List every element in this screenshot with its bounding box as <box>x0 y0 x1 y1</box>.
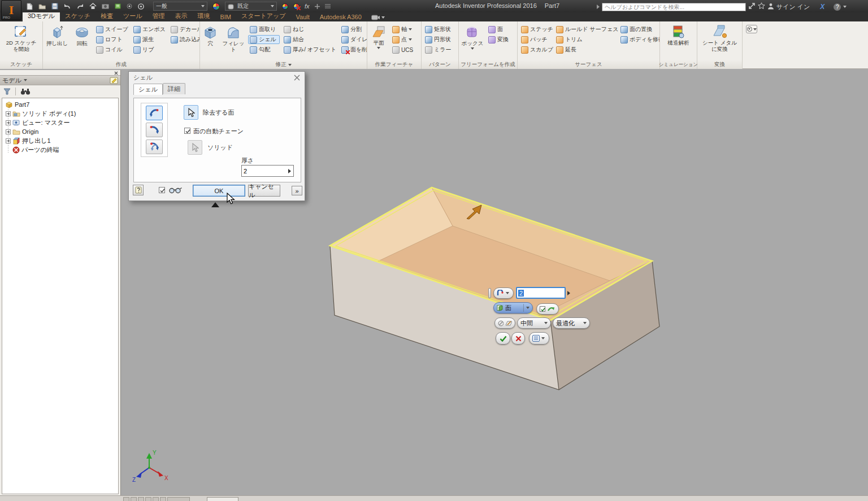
new-file-icon[interactable] <box>26 3 33 10</box>
cancel-button[interactable]: キャンセル <box>248 185 280 197</box>
tree-item-extrusion[interactable]: 押し出し1 <box>4 136 118 145</box>
thread-button[interactable]: ねじ <box>282 25 337 34</box>
tab-bim[interactable]: BIM <box>215 13 236 21</box>
tab-view[interactable]: 表示 <box>170 11 192 21</box>
browser-header[interactable]: モデル <box>0 75 120 85</box>
hole-button[interactable]: 穴 <box>202 23 219 47</box>
customize-qat-icon[interactable] <box>325 4 331 8</box>
dialog-help-button[interactable] <box>133 185 144 195</box>
user-icon[interactable] <box>767 2 774 12</box>
freeform-convert-button[interactable]: 変換 <box>487 35 513 44</box>
home-view-icon[interactable] <box>89 3 97 10</box>
split-button[interactable]: 分割 <box>340 25 367 34</box>
tab-manage[interactable]: 管理 <box>147 11 170 21</box>
color-wheel-icon[interactable] <box>212 3 220 10</box>
expand-icon[interactable] <box>6 120 11 125</box>
ribbon-options-button[interactable] <box>746 25 757 33</box>
search-binoculars-icon[interactable] <box>20 88 31 95</box>
extend-button[interactable]: 延長 <box>554 45 617 54</box>
plane-button[interactable]: 平面 <box>369 23 388 49</box>
tab-environments[interactable]: 環境 <box>192 11 215 21</box>
shell-dialog-titlebar[interactable]: シェル <box>129 72 305 84</box>
help-dropdown-icon[interactable] <box>843 6 847 8</box>
rectangular-pattern-button[interactable]: 矩形状 <box>423 25 456 34</box>
stress-analysis-button[interactable]: 構造解析 <box>667 23 691 46</box>
thickness-input[interactable] <box>242 168 286 175</box>
rib-button[interactable]: リブ <box>132 45 167 54</box>
flyout-arrow-icon[interactable] <box>288 169 291 173</box>
tree-item-origin[interactable]: Origin <box>4 127 118 136</box>
dialog-expand-caret[interactable] <box>211 202 219 207</box>
tab-vault[interactable]: Vault <box>291 13 315 21</box>
adjust-color-icon[interactable] <box>282 3 288 10</box>
mini-thickness-spinner[interactable] <box>567 287 573 299</box>
mini-thickness-input[interactable]: 2 <box>516 287 566 299</box>
help-search-input[interactable] <box>602 3 746 11</box>
freeform-face-button[interactable]: 面 <box>487 25 513 34</box>
mini-ok-button[interactable] <box>496 332 510 345</box>
mini-draft-options-button[interactable] <box>494 317 515 329</box>
tab-shell[interactable]: シェル <box>133 84 163 95</box>
undo-icon[interactable] <box>63 3 71 10</box>
tab-details[interactable]: 詳細 <box>163 83 185 94</box>
shell-button[interactable]: シェル <box>248 35 280 44</box>
material-dropdown[interactable]: 一般 <box>153 2 207 11</box>
point-button[interactable]: 点 <box>390 35 419 44</box>
loft-button[interactable]: ロフト <box>94 35 129 44</box>
remove-faces-button[interactable] <box>184 105 198 120</box>
exchange-sync-icon[interactable] <box>748 2 756 12</box>
sculpt-button[interactable]: スカルプ <box>519 45 552 54</box>
tab-autodesk-a360[interactable]: Autodesk A360 <box>315 13 367 21</box>
add-icon[interactable] <box>315 4 320 9</box>
tree-item-solid-bodies[interactable]: ソリッド ボディ(1) <box>4 109 118 118</box>
ruled-surface-button[interactable]: ルールド サーフェス <box>554 25 617 34</box>
emboss-button[interactable]: エンボス <box>132 25 167 34</box>
mini-cancel-button[interactable] <box>511 332 525 345</box>
expand-icon[interactable] <box>6 111 11 116</box>
status-button[interactable] <box>207 497 238 501</box>
status-button[interactable] <box>123 497 129 501</box>
status-button[interactable] <box>167 497 190 501</box>
status-button[interactable] <box>138 497 144 501</box>
preview-checkbox[interactable] <box>159 187 165 193</box>
extrude-button[interactable]: 押し出し <box>45 23 70 47</box>
close-icon[interactable] <box>114 71 118 75</box>
combine-button[interactable]: 結合 <box>282 35 337 44</box>
favorites-star-icon[interactable] <box>758 2 765 12</box>
direction-both-button[interactable] <box>146 140 163 154</box>
update-icon[interactable] <box>114 3 121 10</box>
browser-settings-icon[interactable] <box>110 77 118 84</box>
tab-camera-icon[interactable] <box>367 15 389 21</box>
more-options-button[interactable]: » <box>292 186 302 195</box>
parameters-fx-icon[interactable]: fx <box>305 3 310 10</box>
trim-button[interactable]: トリム <box>554 35 617 44</box>
screenshot-icon[interactable] <box>102 3 109 9</box>
replace-face-button[interactable]: 面の置換 <box>619 25 659 34</box>
mirror-button[interactable]: ミラー <box>423 45 456 54</box>
application-menu-button[interactable]: I PRO <box>1 0 21 20</box>
decal-button[interactable]: デカール <box>169 25 199 34</box>
exchange-apps-icon[interactable]: X <box>820 3 824 11</box>
tab-tools[interactable]: ツール <box>118 11 147 21</box>
status-button[interactable] <box>131 497 137 501</box>
fillet-button[interactable]: フィレット <box>221 23 246 53</box>
import-button[interactable]: 読み込み <box>169 35 199 44</box>
status-button[interactable] <box>145 497 151 501</box>
draft-button[interactable]: 勾配 <box>248 45 280 54</box>
thicken-offset-button[interactable]: 厚み/ オフセット <box>282 45 337 54</box>
stitch-button[interactable]: ステッチ <box>519 25 552 34</box>
tree-item-end-of-part[interactable]: パーツの終端 <box>4 145 118 154</box>
redo-icon[interactable] <box>76 3 84 10</box>
status-button[interactable] <box>160 497 166 501</box>
orbit-icon[interactable] <box>137 3 145 10</box>
tab-get-started[interactable]: スタートアップ <box>236 11 291 21</box>
tab-sketch[interactable]: スケッチ <box>60 11 96 21</box>
open-file-icon[interactable] <box>38 3 46 10</box>
chamfer-button[interactable]: 面取り <box>248 25 280 34</box>
direction-inside-button[interactable] <box>146 106 163 120</box>
mini-optimize-dropdown[interactable]: 最適化 <box>553 317 590 329</box>
mini-auto-chain-toggle[interactable] <box>536 303 559 315</box>
expand-icon[interactable] <box>6 129 11 134</box>
ok-button[interactable]: OK <box>193 185 245 197</box>
measure-icon[interactable] <box>127 3 132 9</box>
